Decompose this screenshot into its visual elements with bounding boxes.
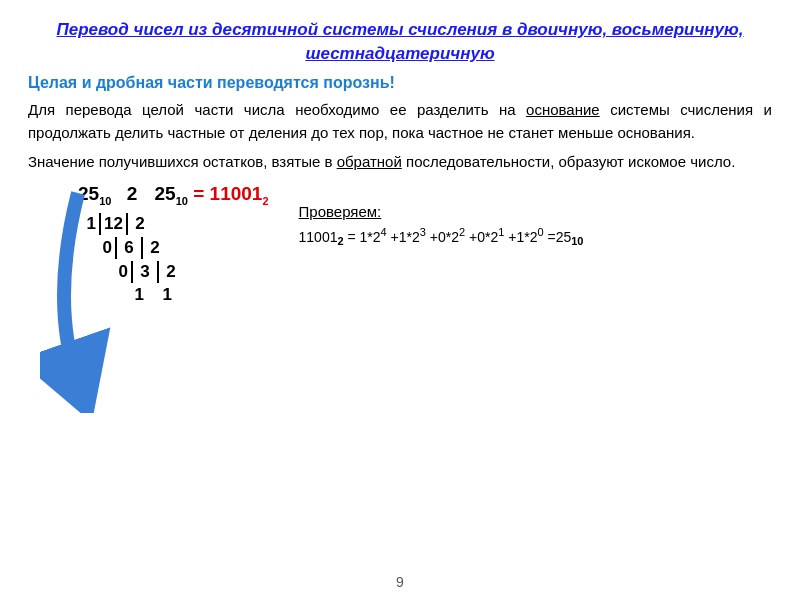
sub-10-2: 10 — [176, 195, 188, 207]
check-eq6: =25 — [547, 229, 571, 245]
check-eq1: = 1*2 — [348, 229, 381, 245]
check-eq4: +0*2 — [469, 229, 498, 245]
page-number: 9 — [396, 574, 404, 590]
body2-cont: последовательности, образуют искомое чис… — [402, 153, 736, 170]
bar-6 — [157, 261, 159, 283]
slide-title: Перевод чисел из десятичной системы счис… — [28, 18, 772, 66]
body2-underline: обратной — [337, 153, 402, 170]
dividend-25: 25 — [78, 183, 99, 204]
last-quotient-1: 1 — [154, 285, 172, 305]
sub-10-1: 10 — [99, 195, 111, 207]
div-2-3: 2 — [162, 262, 180, 282]
quotient-12: 12 — [104, 214, 123, 234]
division-row-3: 0 3 2 — [78, 261, 269, 283]
division-row-4: 1 1 — [78, 285, 269, 305]
result-header-row: 2510 2 2510 = 110012 — [78, 183, 269, 207]
body1-underline: основание — [526, 101, 600, 118]
check-title: Проверяем: — [299, 203, 584, 220]
body1-text: Для перевода целой части числа необходим… — [28, 101, 526, 118]
result-equals: = 11001 — [193, 183, 262, 204]
bar-4 — [141, 237, 143, 259]
bar-3 — [115, 237, 117, 259]
sub-2-result: 2 — [262, 195, 268, 207]
div-2-2: 2 — [146, 238, 164, 258]
div-2-1: 2 — [131, 214, 149, 234]
check-formula-line: 110012 = 1*24 +1*23 +0*22 +0*21 +1*20 =2… — [299, 224, 584, 251]
check-eq3: +0*2 — [430, 229, 459, 245]
remainder-0-2: 0 — [110, 262, 128, 282]
division-row-2: 0 6 2 — [78, 237, 269, 259]
division-steps: 2510 2 2510 = 110012 1 12 2 0 6 2 — [78, 183, 269, 307]
check-sup-2: 2 — [459, 226, 465, 238]
subtitle: Целая и дробная части переводятся порозн… — [28, 74, 772, 92]
body-paragraph-2: Значение получившихся остатков, взятые в… — [28, 150, 772, 173]
body-paragraph-1: Для перевода целой части числа необходим… — [28, 98, 772, 145]
division-row-1: 1 12 2 — [78, 213, 269, 235]
check-eq2: +1*2 — [391, 229, 420, 245]
check-sup-1: 1 — [498, 226, 504, 238]
remainder-1: 1 — [78, 214, 96, 234]
slide: Перевод чисел из десятичной системы счис… — [0, 0, 800, 600]
quotient-6: 6 — [120, 238, 138, 258]
dividend-25-2: 25 — [155, 183, 176, 204]
quotient-3: 3 — [136, 262, 154, 282]
check-eq5: +1*2 — [508, 229, 537, 245]
divisor-2: 2 — [127, 183, 138, 204]
remainder-0-1: 0 — [94, 238, 112, 258]
check-sup-3: 3 — [420, 226, 426, 238]
check-sup-4: 4 — [381, 226, 387, 238]
body2-start: Значение получившихся остатков, взятые в — [28, 153, 337, 170]
check-sub-2: 2 — [337, 236, 343, 248]
check-sub-10: 10 — [571, 236, 583, 248]
bar-1 — [99, 213, 101, 235]
math-section: 2510 2 2510 = 110012 1 12 2 0 6 2 — [28, 183, 772, 307]
check-section: Проверяем: 110012 = 1*24 +1*23 +0*22 +0*… — [299, 203, 584, 307]
bar-2 — [126, 213, 128, 235]
check-sup-0: 0 — [537, 226, 543, 238]
remainder-1-2: 1 — [126, 285, 144, 305]
check-num: 11001 — [299, 229, 338, 245]
bar-5 — [131, 261, 133, 283]
